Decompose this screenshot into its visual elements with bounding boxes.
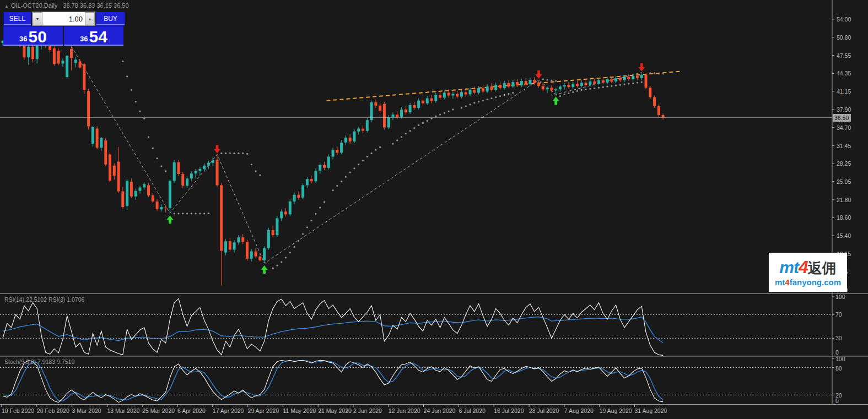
chevron-up-icon: ▲ <box>88 17 92 21</box>
price-axis-label: 21.80 <box>837 197 851 203</box>
volume-decrease-button[interactable]: ▼ <box>33 12 42 25</box>
buy-price-minor: 54 <box>89 28 107 46</box>
date-axis-label: 3 Mar 2020 <box>72 407 101 414</box>
volume-input[interactable] <box>42 12 85 25</box>
price-axis-label: 50.80 <box>837 34 851 41</box>
rsi-scale-label: 100 <box>835 293 845 300</box>
date-axis-label: 2 Jun 2020 <box>353 407 382 414</box>
current-price-tag: 36.50 <box>833 114 851 122</box>
date-axis-label: 17 Apr 2020 <box>213 407 244 414</box>
rsi-scale-label: 30 <box>835 335 842 341</box>
watermark-4: 4 <box>799 257 808 277</box>
symbol-marker-icon: ▲ <box>4 4 9 9</box>
watermark-site: mt4fanyong.com <box>775 278 841 286</box>
chart-ohlc-values: 36.78 36.83 36.15 36.50 <box>63 2 128 9</box>
chart-header: ▲OIL-OCT20,Daily36.78 36.83 36.15 36.50 <box>4 2 129 9</box>
volume-stepper: ▼ ▲ <box>32 12 95 26</box>
sell-price-major: 36 <box>19 35 27 46</box>
date-axis-label: 10 Feb 2020 <box>2 407 34 414</box>
mt4-chart-window: ▲OIL-OCT20,Daily36.78 36.83 36.15 36.50 … <box>0 0 868 419</box>
price-axis-label: 34.70 <box>837 124 851 131</box>
watermark-mt: mt <box>779 258 799 276</box>
date-axis-label: 6 Jul 2020 <box>459 407 485 414</box>
date-axis-label: 21 May 2020 <box>318 407 352 414</box>
stoch-indicator-label: Stoch(9,3,3) 7.9183 9.7510 <box>4 358 74 365</box>
price-axis-label: 37.90 <box>837 106 851 113</box>
date-axis-label: 28 Jul 2020 <box>529 407 559 414</box>
buy-price-box[interactable]: 36 54 <box>64 26 123 46</box>
date-axis-label: 29 Apr 2020 <box>248 407 279 414</box>
date-axis-label: 13 Mar 2020 <box>107 407 139 414</box>
watermark-site-4: 4 <box>785 277 789 287</box>
date-axis-label: 20 Feb 2020 <box>37 407 69 414</box>
buy-button[interactable]: BUY <box>96 12 125 26</box>
sell-button[interactable]: SELL <box>3 12 31 26</box>
date-axis-label: 31 Aug 2020 <box>634 407 667 414</box>
stoch-scale-label: 0 <box>835 398 839 404</box>
watermark-chinese: 返佣 <box>808 260 837 276</box>
date-axis-label: 24 Jun 2020 <box>424 407 456 414</box>
volume-increase-button[interactable]: ▲ <box>85 12 95 25</box>
date-axis-label: 25 Mar 2020 <box>142 407 175 414</box>
chevron-down-icon: ▼ <box>36 17 40 21</box>
price-axis-label: 25.05 <box>837 178 851 185</box>
sell-price-box[interactable]: 36 50 <box>3 26 63 46</box>
price-axis-label: 31.45 <box>837 143 851 149</box>
chart-symbol-period: OIL-OCT20,Daily <box>11 2 57 9</box>
rsi-scale-label: 0 <box>835 349 839 356</box>
date-axis-label: 7 Aug 2020 <box>564 407 594 414</box>
watermark-logo: mt4返佣 <box>779 258 836 276</box>
price-axis-label: 44.35 <box>837 70 851 77</box>
rsi-scale-label: 70 <box>835 311 842 318</box>
buy-price-major: 36 <box>80 35 88 46</box>
price-axis-label: 18.60 <box>837 214 851 221</box>
date-axis-label: 16 Jul 2020 <box>494 407 524 414</box>
watermark-site-rest: fanyong.com <box>790 277 841 287</box>
stoch-scale-label: 100 <box>835 356 845 362</box>
date-axis-label: 12 Jun 2020 <box>389 407 420 414</box>
one-click-trading-panel: SELL ▼ ▲ BUY 36 50 36 54 <box>3 12 125 46</box>
broker-watermark: mt4返佣 mt4fanyong.com <box>769 253 847 292</box>
rsi-indicator-label: RSI(14) 22.5102 RSI(3) 1.0706 <box>4 296 84 303</box>
price-axis-label: 54.00 <box>837 16 851 23</box>
price-axis-label: 28.25 <box>837 160 851 167</box>
stoch-scale-label: 80 <box>835 365 842 372</box>
date-axis-label: 6 Apr 2020 <box>177 407 206 414</box>
price-axis-label: 41.15 <box>837 88 851 95</box>
price-axis-label: 15.40 <box>837 232 851 239</box>
sell-price-minor: 50 <box>29 28 47 46</box>
price-axis-label: 47.55 <box>837 52 851 59</box>
price-chart[interactable] <box>0 0 868 419</box>
date-axis-label: 11 May 2020 <box>283 407 316 414</box>
watermark-site-mt: mt <box>775 277 785 287</box>
date-axis-label: 19 Aug 2020 <box>600 407 632 414</box>
